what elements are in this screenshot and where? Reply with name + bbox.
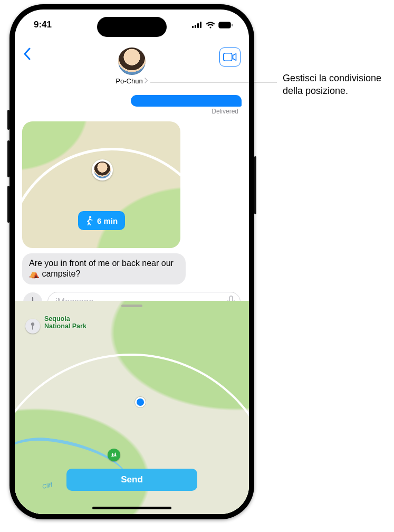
status-time: 9:41	[34, 20, 52, 30]
incoming-message[interactable]: Are you in front of me or back near our …	[22, 253, 186, 284]
facetime-button[interactable]	[219, 48, 241, 66]
contact-name-button[interactable]: Po-Chun	[116, 77, 148, 85]
tray-grabber[interactable]	[121, 305, 142, 307]
svg-rect-7	[224, 53, 232, 61]
pin-icon	[29, 322, 36, 330]
volume-up	[7, 140, 9, 177]
home-indicator[interactable]	[92, 507, 171, 509]
dynamic-island	[97, 17, 167, 37]
svg-rect-1	[195, 25, 196, 28]
svg-point-8	[89, 216, 91, 218]
send-label: Send	[121, 474, 143, 485]
svg-rect-3	[200, 22, 201, 28]
svg-rect-0	[192, 26, 194, 28]
location-picker-tray[interactable]: Sequoia National Park Cliff Send	[15, 301, 249, 514]
side-button	[254, 156, 256, 214]
callout-text: Gestisci la condivisione della posizione…	[283, 72, 388, 98]
dropped-pin-button[interactable]	[25, 319, 40, 334]
svg-rect-6	[232, 24, 233, 26]
outgoing-message-stub[interactable]	[131, 95, 242, 107]
contact-location-pin	[92, 159, 113, 180]
video-icon	[223, 53, 237, 61]
shared-location-bubble[interactable]: 6 min	[22, 121, 180, 248]
contact-name: Po-Chun	[116, 77, 142, 85]
screen: 9:41 Po-Chun	[15, 10, 249, 514]
contact-location-avatar	[94, 162, 111, 178]
callout-leader-line	[150, 82, 277, 82]
svg-rect-5	[219, 23, 230, 27]
delivered-label: Delivered	[22, 108, 242, 115]
volume-down	[7, 186, 9, 223]
svg-rect-2	[197, 23, 199, 28]
mute-switch	[7, 110, 9, 130]
eta-text: 6 min	[97, 216, 118, 225]
eta-chip[interactable]: 6 min	[78, 211, 125, 230]
wifi-icon	[206, 22, 215, 28]
chevron-left-icon	[23, 48, 31, 60]
chevron-right-icon	[145, 77, 148, 85]
battery-icon	[218, 22, 233, 28]
current-location-dot	[135, 397, 146, 407]
park-poi-badge[interactable]	[108, 449, 120, 461]
conversation-header: Po-Chun	[15, 40, 249, 91]
poi-label-sequoia: Sequoia National Park	[44, 316, 97, 330]
cellular-icon	[192, 22, 203, 28]
trees-icon	[111, 452, 117, 458]
back-button[interactable]	[23, 48, 44, 63]
contact-avatar[interactable]	[118, 48, 146, 75]
walking-icon	[85, 216, 93, 225]
send-location-button[interactable]: Send	[66, 469, 197, 491]
